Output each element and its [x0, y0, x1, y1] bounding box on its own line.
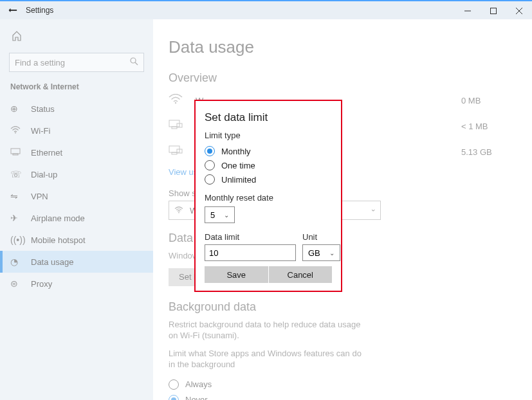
- dialup-icon: ☏: [10, 169, 22, 179]
- save-button[interactable]: Save: [205, 266, 268, 283]
- svg-rect-7: [11, 149, 20, 154]
- titlebar: 🠔 Settings: [0, 0, 532, 19]
- wifi-icon: [174, 206, 183, 215]
- store-desc: Limit what Store apps and Windows featur…: [169, 348, 368, 370]
- limit-type-unlimited[interactable]: Unlimited: [205, 172, 332, 186]
- radio-icon-selected: [169, 395, 179, 400]
- sidebar-item-label: VPN: [31, 192, 48, 201]
- dialog-title: Set data limit: [205, 111, 332, 124]
- radio-icon-selected: [205, 146, 215, 156]
- sidebar-item-ethernet[interactable]: Ethernet: [0, 141, 153, 163]
- datausage-icon: ◔: [10, 257, 22, 267]
- ethernet-icon: [169, 120, 187, 132]
- svg-rect-14: [172, 152, 177, 154]
- limit-type-label: Limit type: [205, 131, 332, 140]
- svg-rect-8: [13, 154, 18, 155]
- dropdown-value: 5: [210, 210, 215, 220]
- sidebar-item-label: Proxy: [31, 279, 52, 289]
- sidebar-item-label: Airplane mode: [31, 214, 85, 223]
- maximize-button[interactable]: [481, 1, 506, 20]
- unit-label: Unit: [302, 232, 340, 242]
- chevron-down-icon: ⌄: [224, 212, 229, 219]
- network-value: 5.13 GB: [461, 147, 506, 157]
- background-desc: Restrict background data to help reduce …: [169, 319, 368, 341]
- sidebar-item-status[interactable]: ⊕ Status: [0, 98, 153, 120]
- set-data-limit-dialog: Set data limit Limit type Monthly One ti…: [194, 100, 342, 292]
- radio-label: Never: [185, 395, 208, 400]
- bg-option-never[interactable]: Never: [169, 392, 506, 400]
- search-input[interactable]: [15, 58, 130, 68]
- sidebar-item-datausage[interactable]: ◔ Data usage: [0, 251, 153, 273]
- radio-label: One time: [221, 161, 255, 170]
- sidebar: Network & Internet ⊕ Status Wi-Fi Ethern…: [0, 19, 153, 400]
- network-value: 0 MB: [461, 96, 506, 105]
- dropdown-value: GB: [308, 248, 320, 258]
- radio-icon: [205, 160, 215, 170]
- chevron-down-icon: ›: [370, 209, 378, 212]
- background-heading: Background data: [169, 300, 506, 314]
- sidebar-item-label: Ethernet: [31, 148, 62, 158]
- radio-icon: [169, 379, 179, 390]
- sidebar-item-vpn[interactable]: ⇋ VPN: [0, 185, 153, 207]
- svg-point-9: [175, 102, 176, 104]
- wifi-icon: [10, 125, 22, 136]
- radio-icon: [205, 174, 215, 185]
- sidebar-item-dialup[interactable]: ☏ Dial-up: [0, 163, 153, 185]
- svg-point-6: [15, 132, 16, 134]
- hotspot-icon: ((•)): [10, 235, 22, 245]
- sidebar-item-label: Data usage: [31, 257, 74, 267]
- svg-rect-1: [491, 8, 497, 14]
- unit-dropdown[interactable]: GB ⌄: [302, 244, 340, 261]
- vpn-icon: ⇋: [10, 191, 22, 201]
- radio-label: Unlimited: [221, 175, 256, 185]
- close-button[interactable]: [506, 1, 532, 20]
- sidebar-item-proxy[interactable]: ⊜ Proxy: [0, 273, 153, 295]
- overview-heading: Overview: [169, 71, 506, 85]
- svg-point-4: [131, 58, 136, 63]
- search-box[interactable]: [9, 53, 144, 72]
- home-icon[interactable]: [0, 31, 153, 53]
- cancel-button[interactable]: Cancel: [269, 266, 333, 283]
- status-icon: ⊕: [10, 104, 22, 114]
- window-title: Settings: [26, 6, 53, 15]
- sidebar-item-label: Wi-Fi: [31, 126, 50, 136]
- search-icon: [130, 57, 138, 68]
- back-button[interactable]: 🠔: [0, 5, 26, 15]
- svg-point-16: [178, 212, 179, 213]
- data-limit-label: Data limit: [205, 232, 296, 242]
- sidebar-item-label: Dial-up: [31, 170, 57, 179]
- proxy-icon: ⊜: [10, 278, 22, 289]
- reset-date-dropdown[interactable]: 5 ⌄: [205, 206, 235, 223]
- page-title: Data usage: [169, 37, 506, 57]
- radio-label: Always: [185, 379, 212, 389]
- wifi-icon: [169, 94, 187, 107]
- reset-date-label: Monthly reset date: [205, 193, 332, 203]
- network-value: < 1 MB: [461, 122, 506, 131]
- ethernet-icon: [169, 145, 187, 158]
- bg-option-always[interactable]: Always: [169, 377, 506, 392]
- sidebar-item-wifi[interactable]: Wi-Fi: [0, 120, 153, 141]
- svg-line-5: [135, 62, 138, 65]
- airplane-icon: ✈: [10, 213, 22, 223]
- svg-rect-11: [172, 127, 177, 129]
- sidebar-item-airplane[interactable]: ✈ Airplane mode: [0, 207, 153, 229]
- sidebar-item-label: Status: [31, 104, 55, 114]
- chevron-down-icon: ⌄: [329, 250, 335, 257]
- radio-label: Monthly: [221, 147, 251, 156]
- sidebar-heading: Network & Internet: [0, 82, 153, 98]
- limit-type-onetime[interactable]: One time: [205, 158, 332, 172]
- data-limit-input[interactable]: [205, 244, 296, 261]
- minimize-button[interactable]: [455, 1, 481, 20]
- sidebar-item-label: Mobile hotspot: [31, 235, 86, 245]
- sidebar-item-hotspot[interactable]: ((•)) Mobile hotspot: [0, 229, 153, 251]
- limit-type-monthly[interactable]: Monthly: [205, 144, 332, 158]
- ethernet-icon: [10, 147, 22, 158]
